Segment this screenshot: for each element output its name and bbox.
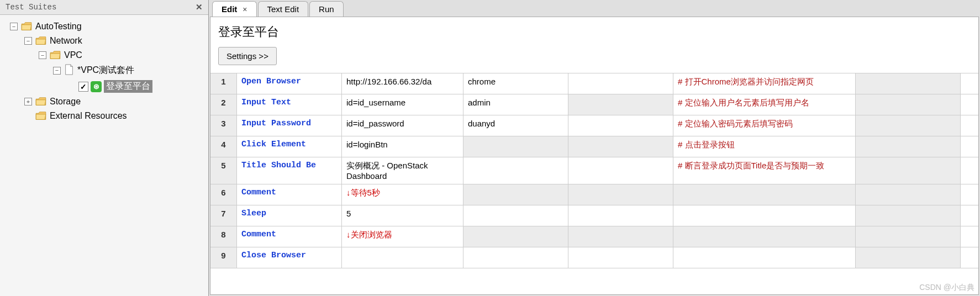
tree-label: VPC xyxy=(64,50,82,60)
empty-cell[interactable] xyxy=(856,157,961,184)
keyword-cell[interactable]: Open Browser xyxy=(237,73,342,94)
row-number: 5 xyxy=(210,157,237,184)
tab-label: Text Edit xyxy=(267,4,299,14)
expand-icon[interactable]: + xyxy=(24,98,32,105)
arg-cell[interactable] xyxy=(568,205,673,226)
collapse-icon[interactable]: − xyxy=(53,67,61,75)
comment-cell[interactable] xyxy=(673,184,856,205)
row-number: 1 xyxy=(210,73,237,94)
comment-cell[interactable] xyxy=(673,247,856,268)
keyword-cell[interactable]: Close Browser xyxy=(237,247,342,268)
arg-cell[interactable] xyxy=(463,205,568,226)
tree-node-vpc-suite[interactable]: − *VPC测试套件 xyxy=(0,62,208,78)
folder-icon xyxy=(35,36,46,45)
close-icon[interactable]: × xyxy=(243,5,247,14)
tree-label: External Resources xyxy=(50,111,127,121)
empty-cell[interactable] xyxy=(856,226,961,247)
row-number: 4 xyxy=(210,136,237,157)
keyword-cell[interactable]: Comment xyxy=(237,184,342,205)
empty-cell[interactable] xyxy=(856,205,961,226)
folder-icon xyxy=(35,97,46,106)
sidebar-panel: Test Suites ✕ − AutoTesting − Network xyxy=(0,0,209,296)
empty-cell[interactable] xyxy=(856,94,961,115)
arg-cell[interactable] xyxy=(568,247,673,268)
arg-cell[interactable] xyxy=(568,115,673,136)
checkbox-icon[interactable] xyxy=(78,82,88,92)
collapse-icon[interactable]: − xyxy=(39,51,46,59)
tree-node-network[interactable]: − Network xyxy=(0,34,208,48)
close-icon[interactable]: ✕ xyxy=(196,2,203,12)
settings-button[interactable]: Settings >> xyxy=(218,47,277,65)
arg-cell[interactable]: id=loginBtn xyxy=(342,136,463,157)
arg-cell[interactable]: http://192.166.66.32/da xyxy=(342,73,463,94)
comment-cell[interactable] xyxy=(673,205,856,226)
arg-cell[interactable] xyxy=(463,184,568,205)
collapse-icon[interactable]: − xyxy=(24,37,32,45)
arg-cell[interactable]: ↓等待5秒 xyxy=(342,184,463,205)
keyword-cell[interactable]: Title Should Be xyxy=(237,157,342,184)
arg-cell[interactable] xyxy=(463,136,568,157)
arg-cell[interactable] xyxy=(568,184,673,205)
robot-icon: ⊛ xyxy=(91,81,102,92)
keyword-cell[interactable]: Comment xyxy=(237,226,342,247)
arg-cell[interactable] xyxy=(463,157,568,184)
tree-label: *VPC测试套件 xyxy=(77,65,134,76)
tree-view: − AutoTesting − Network − xyxy=(0,15,208,296)
arg-cell[interactable]: duanyd xyxy=(463,115,568,136)
row-number: 2 xyxy=(210,94,237,115)
comment-cell[interactable]: # 定位输入用户名元素后填写用户名 xyxy=(673,94,856,115)
tree-label: AutoTesting xyxy=(35,22,82,31)
empty-cell[interactable] xyxy=(856,136,961,157)
arg-cell[interactable]: ↓关闭浏览器 xyxy=(342,226,463,247)
tree-node-external[interactable]: External Resources xyxy=(0,109,208,123)
sidebar-title: Test Suites xyxy=(6,3,56,12)
tree-node-root[interactable]: − AutoTesting xyxy=(0,19,208,34)
empty-cell[interactable] xyxy=(856,115,961,136)
empty-cell[interactable] xyxy=(856,184,961,205)
tree-node-vpc[interactable]: − VPC xyxy=(0,48,208,62)
arg-cell[interactable]: admin xyxy=(463,94,568,115)
arg-cell[interactable]: chrome xyxy=(463,73,568,94)
tab-label: Run xyxy=(319,4,334,14)
arg-cell[interactable] xyxy=(568,73,673,94)
tree-node-testcase[interactable]: ⊛ 登录至平台 xyxy=(0,78,208,94)
arg-cell[interactable] xyxy=(568,94,673,115)
folder-icon xyxy=(21,22,32,31)
comment-cell[interactable]: # 点击登录按钮 xyxy=(673,136,856,157)
keyword-cell[interactable]: Sleep xyxy=(237,205,342,226)
keyword-cell[interactable]: Input Password xyxy=(237,115,342,136)
comment-cell[interactable] xyxy=(673,226,856,247)
comment-cell[interactable]: # 定位输入密码元素后填写密码 xyxy=(673,115,856,136)
arg-cell[interactable] xyxy=(463,226,568,247)
arg-cell[interactable] xyxy=(568,157,673,184)
comment-cell[interactable]: # 打开Chrome浏览器并访问指定网页 xyxy=(673,73,856,94)
row-number: 3 xyxy=(210,115,237,136)
row-number: 7 xyxy=(210,205,237,226)
tab-edit[interactable]: Edit × xyxy=(212,1,257,17)
tree-label: Storage xyxy=(50,97,81,107)
empty-cell[interactable] xyxy=(856,73,961,94)
main-panel: Edit × Text Edit Run 登录至平台 Settings >> 1… xyxy=(209,0,980,296)
tree-node-storage[interactable]: + Storage xyxy=(0,94,208,109)
tab-text-edit[interactable]: Text Edit xyxy=(258,1,309,17)
comment-cell[interactable]: # 断言登录成功页面Title是否与预期一致 xyxy=(673,157,856,184)
keyword-cell[interactable]: Input Text xyxy=(237,94,342,115)
empty-cell[interactable] xyxy=(856,247,961,268)
arg-cell[interactable]: id=id_username xyxy=(342,94,463,115)
tree-label: Network xyxy=(50,36,82,46)
folder-icon xyxy=(50,51,61,60)
tab-run[interactable]: Run xyxy=(309,1,344,17)
arg-cell[interactable]: 实例概况 - OpenStack Dashboard xyxy=(342,157,463,184)
arg-cell[interactable]: id=id_password xyxy=(342,115,463,136)
arg-cell[interactable] xyxy=(568,226,673,247)
collapse-icon[interactable]: − xyxy=(10,23,18,30)
page-title: 登录至平台 xyxy=(210,17,978,44)
arg-cell[interactable] xyxy=(463,247,568,268)
keyword-grid: 1Open Browserhttp://192.166.66.32/dachro… xyxy=(210,73,978,294)
arg-cell[interactable] xyxy=(568,136,673,157)
keyword-cell[interactable]: Click Element xyxy=(237,136,342,157)
arg-cell[interactable] xyxy=(342,247,463,268)
arg-cell[interactable]: 5 xyxy=(342,205,463,226)
content-area: 登录至平台 Settings >> 1Open Browserhttp://19… xyxy=(210,17,979,295)
tree-label-selected: 登录至平台 xyxy=(104,80,152,93)
